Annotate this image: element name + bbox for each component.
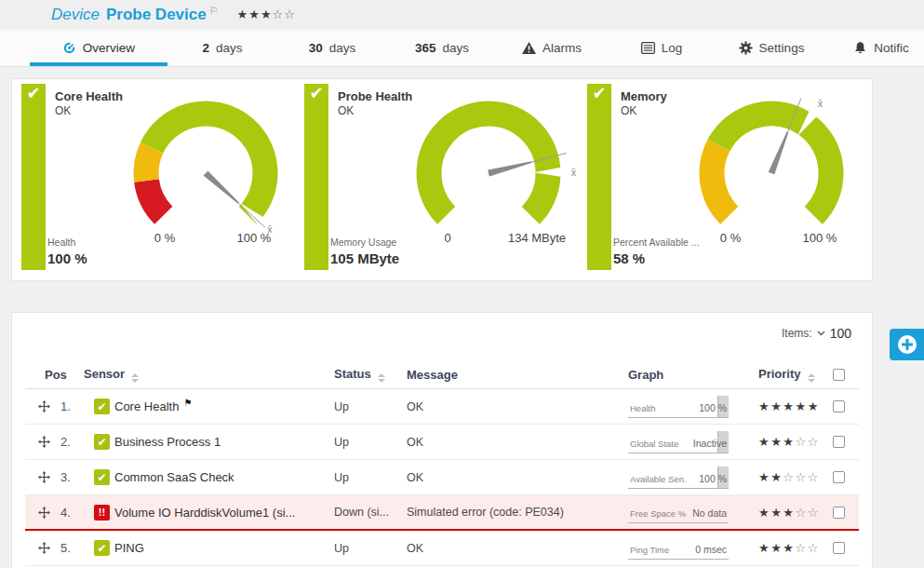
- mini-graph[interactable]: Available Sen.100 %: [628, 467, 729, 489]
- tab-bar: Overview2days30days365daysAlarmsLogSetti…: [0, 30, 924, 67]
- gauge-metric-label: Health: [47, 237, 87, 248]
- column-header-message[interactable]: Message: [397, 368, 609, 382]
- gauge-title[interactable]: Core Health: [55, 89, 123, 103]
- mini-graph[interactable]: Free Space %No data: [628, 501, 729, 523]
- row-checkbox[interactable]: [833, 400, 845, 412]
- sensor-ok-icon: ✔: [94, 434, 110, 450]
- gauges-panel: ✔ Core Health OK x̄0 %100 % Health 100 %…: [11, 78, 873, 281]
- gauge-metric-label: Percent Available ...: [613, 237, 700, 248]
- tab-alarms[interactable]: Alarms: [497, 30, 607, 66]
- sensor-row[interactable]: 5.✔PINGUpOKPing Time0 msec★★★☆☆: [25, 531, 859, 566]
- row-checkbox[interactable]: [833, 471, 845, 483]
- sort-icon: [131, 373, 139, 383]
- star-icon: ★: [783, 541, 795, 555]
- priority-stars[interactable]: ★★★☆☆: [749, 541, 833, 555]
- mini-graph[interactable]: Ping Time0 msec: [628, 537, 729, 560]
- sensor-message: Simulated error (code: PE034): [397, 506, 609, 519]
- flag-icon[interactable]: ⚐: [209, 5, 219, 17]
- star-icon: ★: [237, 7, 249, 21]
- drag-handle-icon[interactable]: [38, 542, 60, 554]
- tab-days[interactable]: 2days: [167, 30, 277, 66]
- row-checkbox[interactable]: [833, 542, 845, 554]
- check-icon: ✔: [26, 84, 40, 102]
- bell-icon: [853, 41, 867, 55]
- star-icon: ★: [783, 399, 795, 413]
- chevron-down-icon: [817, 331, 825, 336]
- tab-settings[interactable]: Settings: [716, 30, 826, 66]
- column-header-sensor[interactable]: Sensor: [84, 367, 323, 383]
- svg-text:0 %: 0 %: [154, 231, 176, 245]
- graph-channel-label: Health: [630, 403, 655, 413]
- sensor-ok-icon: ✔: [94, 540, 110, 556]
- column-header-graph[interactable]: Graph: [609, 368, 749, 382]
- star-icon: ★: [758, 506, 770, 520]
- priority-stars[interactable]: ★★★★★: [749, 399, 833, 413]
- mini-graph[interactable]: Global StateInactive: [628, 431, 729, 453]
- sensor-row[interactable]: 2.✔Business Process 1UpOKGlobal StateIna…: [25, 425, 859, 460]
- tab-label: Overview: [83, 41, 135, 55]
- drag-handle-icon[interactable]: [38, 471, 60, 483]
- star-icon: ★: [758, 470, 770, 484]
- sensor-name[interactable]: Common SaaS Check: [114, 470, 234, 484]
- sensor-row[interactable]: 1.✔Core Health⚑UpOKHealth100 %★★★★★: [25, 389, 859, 425]
- star-icon: ☆: [808, 435, 820, 449]
- sensor-row[interactable]: 4.!!Volume IO HarddiskVolume1 (si...Down…: [25, 495, 859, 531]
- star-icon: ★: [770, 399, 783, 413]
- sensor-cell: ✔Business Process 1: [94, 434, 323, 450]
- star-icon: ★: [783, 506, 795, 520]
- row-checkbox[interactable]: [833, 507, 845, 519]
- table-header: Pos Sensor Status Message Graph Priority: [25, 361, 859, 389]
- gauge-status: OK: [338, 104, 354, 117]
- graph-value: 100 %: [699, 402, 727, 413]
- priority-stars[interactable]: ★★★☆☆: [749, 435, 833, 449]
- sensor-status: Up: [323, 542, 397, 555]
- priority-rating[interactable]: ★★★☆☆: [237, 7, 296, 21]
- priority-stars[interactable]: ★★★☆☆: [749, 506, 833, 520]
- tab-label: days: [216, 41, 243, 55]
- mini-graph[interactable]: Health100 %: [628, 396, 729, 418]
- sensor-message: OK: [397, 400, 609, 413]
- tab-days[interactable]: 365days: [387, 30, 497, 66]
- add-button[interactable]: [890, 329, 924, 360]
- tab-days[interactable]: 30days: [277, 30, 387, 66]
- breadcrumb[interactable]: Device: [51, 6, 100, 24]
- sensor-name[interactable]: PING: [114, 541, 144, 555]
- gauge-title[interactable]: Memory: [621, 89, 667, 103]
- star-icon: ★: [758, 541, 770, 555]
- star-icon: ☆: [795, 541, 807, 555]
- drag-handle-icon[interactable]: [38, 436, 60, 448]
- priority-stars[interactable]: ★★☆☆☆: [749, 470, 833, 484]
- status-ok-bar: ✔: [21, 84, 46, 270]
- sensor-cell: ✔PING: [94, 540, 323, 556]
- star-icon: ★: [770, 506, 783, 520]
- sensor-row[interactable]: 3.✔Common SaaS CheckUpOKAvailable Sen.10…: [25, 460, 859, 495]
- log-icon: [641, 41, 655, 55]
- sensor-name[interactable]: Core Health: [114, 399, 179, 413]
- tab-label: Settings: [759, 41, 805, 55]
- star-icon: ☆: [808, 541, 820, 555]
- items-per-page[interactable]: Items: 100: [782, 326, 851, 341]
- drag-handle-icon[interactable]: [38, 507, 60, 519]
- position-number: 1.: [60, 399, 94, 413]
- check-icon: ✔: [592, 84, 606, 102]
- tab-label: Log: [662, 41, 683, 55]
- tab-overview[interactable]: Overview: [30, 30, 167, 66]
- graph-value: 100 %: [699, 473, 727, 484]
- gauge-metric-value: 100 %: [47, 250, 87, 266]
- column-header-status[interactable]: Status: [323, 367, 397, 383]
- tab-log[interactable]: Log: [607, 30, 716, 66]
- column-header-priority[interactable]: Priority: [749, 367, 833, 383]
- tab-number: 30: [309, 41, 323, 55]
- gauge-status: OK: [55, 104, 71, 117]
- tab-notific[interactable]: Notific: [826, 30, 924, 66]
- drag-handle-icon[interactable]: [38, 400, 60, 412]
- sensor-name[interactable]: Volume IO HarddiskVolume1 (si...: [114, 506, 295, 520]
- star-icon: ★: [770, 470, 783, 484]
- row-checkbox[interactable]: [833, 436, 845, 448]
- select-all-checkbox[interactable]: [833, 369, 845, 381]
- sensor-name[interactable]: Business Process 1: [114, 435, 221, 449]
- star-icon: ★: [770, 541, 783, 555]
- gauge-probe-health: ✔ Probe Health OK x̄0134 MByte Memory Us…: [302, 84, 585, 274]
- tab-label: Notific: [874, 41, 909, 55]
- graph-value: Inactive: [693, 438, 727, 449]
